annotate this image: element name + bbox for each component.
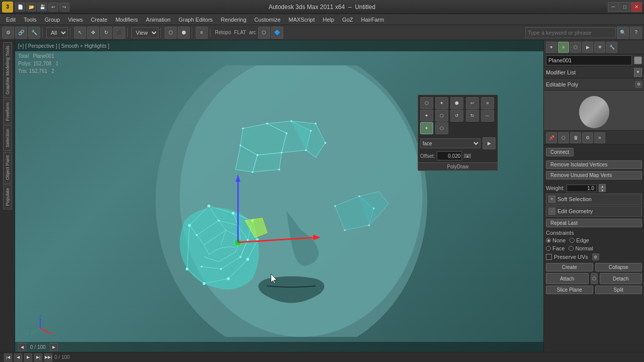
pd-btn-9[interactable]: ↻	[466, 110, 479, 122]
save-button[interactable]: 💾	[37, 3, 47, 12]
timeline-next-btn[interactable]: ▶|	[34, 353, 42, 361]
menu-modifiers[interactable]: Modifiers	[111, 16, 142, 24]
preserve-uvs-check[interactable]	[546, 254, 552, 260]
open-button[interactable]: 📂	[26, 3, 36, 12]
toolbar-btn-4[interactable]: ⬡	[165, 27, 177, 39]
pd-btn-10[interactable]: ↔	[481, 110, 494, 122]
pd-btn-3[interactable]: ⬢	[450, 97, 463, 109]
attach-button[interactable]: Attach	[546, 273, 589, 284]
utilities-btn[interactable]: 🔧	[606, 42, 617, 53]
radio-edge-label[interactable]: Edge	[570, 237, 589, 243]
modifier-dropdown-btn[interactable]: ▼	[634, 68, 642, 77]
move-btn[interactable]: ✥	[87, 27, 99, 39]
weight-spin-down[interactable]: ▼	[599, 188, 606, 192]
modify-panel-btn[interactable]: ≡	[558, 42, 569, 53]
rotate-btn[interactable]: ↻	[100, 27, 112, 39]
menu-views[interactable]: Views	[64, 16, 87, 24]
menu-rendering[interactable]: Rendering	[217, 16, 251, 24]
slice-plane-button[interactable]: Slice Plane	[546, 286, 593, 294]
pd-btn-4[interactable]: ↩	[466, 97, 479, 109]
menu-help[interactable]: Help	[319, 16, 339, 24]
menu-edit[interactable]: Edit	[2, 16, 20, 24]
menu-graph-editors[interactable]: Graph Editors	[175, 16, 217, 24]
radio-normal-dot[interactable]	[569, 246, 574, 251]
split-button[interactable]: Split	[595, 286, 642, 294]
toolbar-btn-2[interactable]: 🔗	[15, 27, 27, 39]
remove-unused-button[interactable]: Remove Unused Map Verts	[546, 171, 642, 179]
hierarchy-btn[interactable]: ⬡	[570, 42, 581, 53]
new-button[interactable]: 📄	[15, 3, 25, 12]
detach-button[interactable]: Detach	[600, 273, 642, 284]
face-dropdown[interactable]: face	[420, 138, 480, 148]
pd-expand-btn[interactable]: ▶	[482, 137, 496, 149]
radio-edge-dot[interactable]	[570, 238, 575, 243]
menu-maxscript[interactable]: MAXScript	[285, 16, 319, 24]
toolbar-btn-3[interactable]: 🔧	[28, 27, 40, 39]
pd-btn-8[interactable]: ↺	[450, 110, 463, 122]
timeline-start-btn[interactable]: |◀	[4, 353, 12, 361]
radio-normal-label[interactable]: Normal	[569, 245, 593, 251]
tab-freeform[interactable]: Freeform	[3, 99, 12, 125]
redo-button[interactable]: ↪	[59, 3, 69, 12]
timeline-back-btn[interactable]: ◀	[18, 343, 26, 351]
pd-btn-12[interactable]: ⬡	[435, 122, 448, 134]
toolbar-btn-8[interactable]: 🔷	[271, 27, 283, 39]
connect-button[interactable]: Connect	[546, 148, 574, 156]
timeline-prev-btn[interactable]: ◀	[14, 353, 22, 361]
tab-graphite[interactable]: Graphite Modeling Tools	[3, 42, 12, 98]
remove-isolated-button[interactable]: Remove Isolated Vertices	[546, 160, 642, 169]
weight-spin-up[interactable]: ▲	[599, 184, 606, 188]
attach-settings[interactable]: ⬡	[591, 273, 598, 284]
modifier-sets-btn[interactable]: ≡	[594, 132, 605, 143]
tab-selection[interactable]: Selection	[3, 125, 12, 151]
pd-btn-5[interactable]: ≡	[481, 97, 494, 109]
weight-input[interactable]	[567, 185, 597, 192]
minimize-button[interactable]: ─	[608, 2, 619, 12]
toolbar-btn-7[interactable]: ⬡	[258, 27, 270, 39]
offset-input[interactable]	[437, 151, 462, 160]
offset-spin-up[interactable]: ▲	[464, 154, 471, 158]
pd-btn-11[interactable]: ✦	[420, 122, 433, 134]
timeline-forward-btn[interactable]: ▶	[50, 343, 58, 351]
view-dropdown[interactable]: View	[131, 27, 158, 38]
close-button[interactable]: ✕	[631, 2, 642, 12]
menu-group[interactable]: Group	[41, 16, 64, 24]
edit-geometry-expand[interactable]: -	[548, 208, 555, 215]
search-button[interactable]: 🔍	[617, 27, 629, 39]
object-name-input[interactable]	[546, 55, 632, 65]
maximize-button[interactable]: □	[619, 2, 630, 12]
timeline-play-btn[interactable]: ▶	[24, 353, 32, 361]
menu-create[interactable]: Create	[87, 16, 111, 24]
timeline-end-btn[interactable]: ▶▶|	[44, 353, 52, 361]
pd-btn-6[interactable]: ✦	[420, 110, 433, 122]
motion-btn[interactable]: ▶	[582, 42, 593, 53]
radio-face-label[interactable]: Face	[546, 245, 565, 251]
menu-tools[interactable]: Tools	[20, 16, 41, 24]
radio-face-dot[interactable]	[546, 246, 551, 251]
toolbar-btn-1[interactable]: ⚙	[2, 27, 14, 39]
toolbar-btn-6[interactable]: ≡	[196, 27, 208, 39]
editable-poly-settings[interactable]: ⚙	[635, 81, 642, 88]
scale-btn[interactable]: ⬛	[113, 27, 125, 39]
toolbar-btn-5[interactable]: ⬢	[178, 27, 190, 39]
tab-object-paint[interactable]: Object Paint	[3, 152, 12, 184]
soft-selection-header[interactable]: + Soft Selection	[546, 194, 642, 205]
viewport[interactable]: [+] [ Perspective ] [ Smooth + Highlight…	[15, 40, 543, 352]
menu-customize[interactable]: Customize	[251, 16, 285, 24]
color-swatch[interactable]	[634, 56, 642, 64]
repeat-last-button[interactable]: Repeat Last	[546, 219, 642, 227]
radio-none-dot[interactable]	[546, 238, 551, 243]
soft-selection-expand[interactable]: +	[548, 196, 555, 203]
collapse-button[interactable]: Collapse	[595, 263, 642, 272]
remove-modifier-btn[interactable]: 🗑	[570, 132, 581, 143]
tab-populate[interactable]: Populate	[3, 185, 12, 210]
display-btn[interactable]: 👁	[594, 42, 605, 53]
radio-none-label[interactable]: None	[546, 237, 566, 243]
preserve-uvs-settings[interactable]: ⚙	[592, 253, 599, 260]
search-input[interactable]	[525, 27, 616, 38]
pd-btn-1[interactable]: ⬡	[420, 97, 433, 109]
help-btn[interactable]: ?	[630, 27, 642, 39]
menu-animation[interactable]: Animation	[142, 16, 175, 24]
create-panel-btn[interactable]: ✦	[546, 42, 557, 53]
menu-goz[interactable]: GoZ	[338, 16, 357, 24]
